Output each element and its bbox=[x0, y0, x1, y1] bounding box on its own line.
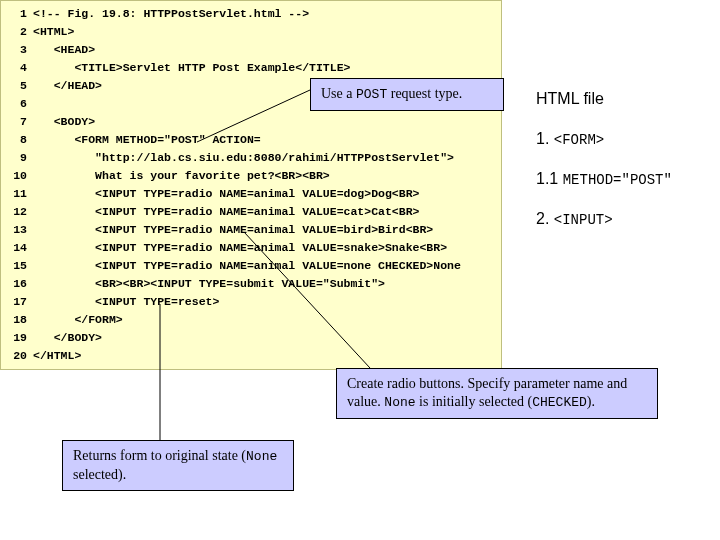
code-line: 20</HTML> bbox=[1, 347, 501, 365]
code-line: 13 <INPUT TYPE=radio NAME=animal VALUE=b… bbox=[1, 221, 501, 239]
code-line: 12 <INPUT TYPE=radio NAME=animal VALUE=c… bbox=[1, 203, 501, 221]
code-line: 18 </FORM> bbox=[1, 311, 501, 329]
code-line: 14 <INPUT TYPE=radio NAME=animal VALUE=s… bbox=[1, 239, 501, 257]
callout-radio: Create radio buttons. Specify parameter … bbox=[336, 368, 658, 419]
code-line: 7 <BODY> bbox=[1, 113, 501, 131]
annotation-input: 2. <INPUT> bbox=[536, 210, 613, 228]
code-line: 11 <INPUT TYPE=radio NAME=animal VALUE=d… bbox=[1, 185, 501, 203]
code-line: 16 <BR><BR><INPUT TYPE=submit VALUE="Sub… bbox=[1, 275, 501, 293]
code-line: 17 <INPUT TYPE=reset> bbox=[1, 293, 501, 311]
code-line: 1<!-- Fig. 19.8: HTTPPostServlet.html --… bbox=[1, 5, 501, 23]
annotation-method: 1.1 METHOD="POST" bbox=[536, 170, 672, 188]
code-line: 19 </BODY> bbox=[1, 329, 501, 347]
code-line: 2<HTML> bbox=[1, 23, 501, 41]
code-line: 10 What is your favorite pet?<BR><BR> bbox=[1, 167, 501, 185]
code-line: 4 <TITLE>Servlet HTTP Post Example</TITL… bbox=[1, 59, 501, 77]
code-block: 1<!-- Fig. 19.8: HTTPPostServlet.html --… bbox=[0, 0, 502, 370]
code-line: 15 <INPUT TYPE=radio NAME=animal VALUE=n… bbox=[1, 257, 501, 275]
annotation-html-file: HTML file bbox=[536, 90, 604, 108]
code-line: 3 <HEAD> bbox=[1, 41, 501, 59]
code-line: 9 "http://lab.cs.siu.edu:8080/rahimi/HTT… bbox=[1, 149, 501, 167]
callout-reset: Returns form to original state (None sel… bbox=[62, 440, 294, 491]
code-line: 8 <FORM METHOD="POST" ACTION= bbox=[1, 131, 501, 149]
annotation-form: 1. <FORM> bbox=[536, 130, 604, 148]
callout-post: Use a POST request type. bbox=[310, 78, 504, 111]
